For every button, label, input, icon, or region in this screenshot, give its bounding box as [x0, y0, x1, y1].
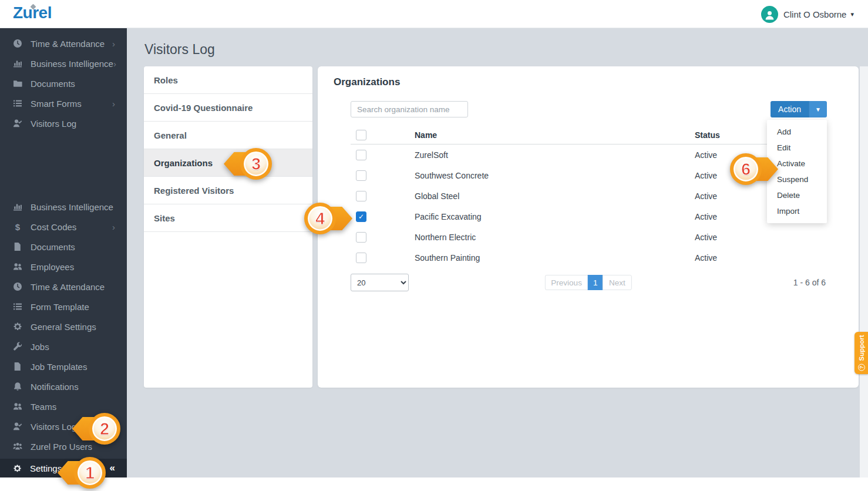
row-checkbox[interactable] [356, 232, 366, 243]
column-header-name: Name [415, 130, 695, 140]
sidebar-item-label: Teams [31, 402, 115, 412]
clock-icon [13, 282, 23, 292]
user-name[interactable]: Clint O Osborne [783, 9, 847, 19]
settings-menu-item-covid-19-questionnaire[interactable]: Covid-19 Questionnaire [144, 94, 312, 122]
sidebar-item-cost-codes[interactable]: $Cost Codes› [0, 217, 127, 237]
sidebar-item-job-templates[interactable]: Job Templates [0, 357, 127, 376]
table-row: Southern PaintingActive [351, 247, 826, 268]
collapse-sidebar-icon[interactable]: « [110, 462, 115, 474]
sidebar-item-smart-forms[interactable]: Smart Forms› [0, 93, 127, 113]
organizations-table: Name Status ZurelSoftActiveSouthwest Con… [351, 126, 826, 268]
action-menu-item-add[interactable]: Add [767, 124, 827, 140]
chart-icon [13, 59, 23, 69]
user-check-icon [13, 422, 23, 432]
file-icon [13, 242, 23, 252]
org-status-cell: Active [695, 233, 826, 242]
users-group-icon [13, 442, 23, 452]
chart-icon [13, 202, 23, 212]
folder-icon [13, 79, 23, 89]
sidebar-item-visitors-log[interactable]: Visitors Log [0, 416, 127, 436]
action-menu-item-activate[interactable]: Activate [767, 156, 827, 171]
page-1-button[interactable]: 1 [588, 275, 603, 290]
row-checkbox[interactable]: ✓ [356, 211, 366, 222]
zurel-logo: Zurel [13, 4, 52, 22]
sidebar-item-form-template[interactable]: Form Template [0, 297, 127, 317]
sidebar-item-label: Notifications [31, 382, 115, 392]
action-button[interactable]: Action ▼ [771, 101, 827, 117]
sidebar-item-time-attendance[interactable]: Time & Attendance› [0, 33, 127, 53]
action-menu-item-edit[interactable]: Edit [767, 140, 827, 156]
sidebar-item-documents[interactable]: Documents [0, 237, 127, 257]
settings-menu-item-registered-visitors[interactable]: Registered Visitors [144, 177, 312, 204]
list-icon [13, 302, 23, 312]
row-checkbox[interactable] [356, 253, 366, 263]
table-row: Southwest ConcreteActive [351, 165, 826, 186]
page-size-select[interactable]: 20 [351, 274, 409, 291]
action-menu-item-import[interactable]: Import [767, 203, 827, 219]
sidebar-item-label: General Settings [31, 322, 115, 332]
sidebar-item-label: Visitors Log [31, 119, 115, 129]
action-menu-item-suspend[interactable]: Suspend [767, 171, 827, 187]
sidebar-item-business-intelligence[interactable]: Business Intelligence› [0, 53, 127, 73]
sidebar-item-settings[interactable]: Settings « [0, 459, 127, 477]
sidebar-item-label: Business Intelligence [31, 59, 113, 69]
chevron-right-icon: › [112, 39, 115, 48]
row-checkbox[interactable] [356, 191, 366, 201]
sidebar-item-label: Form Template [31, 302, 115, 312]
sidebar-item-zurel-pro-users[interactable]: Zurel Pro Users [0, 436, 127, 456]
support-tab[interactable]: ? Support [854, 332, 868, 374]
sidebar-item-jobs[interactable]: Jobs [0, 337, 127, 357]
settings-menu-item-general[interactable]: General [144, 122, 312, 149]
table-row: ZurelSoftActive [351, 144, 826, 165]
select-all-checkbox[interactable] [356, 130, 366, 140]
sidebar-item-time-attendance[interactable]: Time & Attendance [0, 277, 127, 297]
settings-menu-item-sites[interactable]: Sites [144, 204, 312, 232]
sidebar-item-label: Visitors Log [31, 422, 115, 432]
action-menu-item-delete[interactable]: Delete [767, 187, 827, 203]
top-bar: Zurel Clint O Osborne ▾ [0, 0, 868, 28]
avatar[interactable] [761, 6, 778, 23]
table-row: Northern ElectricActive [351, 227, 826, 247]
row-checkbox[interactable] [356, 150, 366, 160]
sidebar-top-group: Time & Attendance›Business Intelligence›… [0, 28, 127, 133]
settings-menu-item-organizations[interactable]: Organizations [144, 149, 312, 177]
sidebar-item-teams[interactable]: Teams [0, 396, 127, 416]
chevron-right-icon: › [112, 223, 115, 231]
user-menu[interactable]: Clint O Osborne ▾ [761, 0, 854, 28]
previous-page-button[interactable]: Previous [544, 275, 588, 290]
org-name-cell: Pacific Excavating [415, 212, 695, 221]
action-caret-icon[interactable]: ▼ [809, 101, 827, 117]
sidebar-item-label: Time & Attendance [31, 39, 112, 49]
bell-icon [13, 382, 23, 392]
sidebar-item-documents[interactable]: Documents [0, 73, 127, 93]
sidebar-item-label: Cost Codes [31, 222, 112, 232]
sidebar-item-label: Documents [31, 79, 115, 89]
sidebar-item-general-settings[interactable]: General Settings [0, 317, 127, 337]
support-label: Support [858, 335, 865, 361]
sidebar-item-notifications[interactable]: Notifications [0, 376, 127, 396]
sidebar-item-employees[interactable]: Employees [0, 257, 127, 277]
pager: Previous 1 Next [544, 275, 631, 290]
question-icon: ? [858, 364, 865, 371]
users-icon [13, 262, 23, 272]
chevron-down-icon[interactable]: ▾ [850, 11, 854, 18]
sidebar-item-label: Jobs [31, 342, 115, 352]
row-checkbox[interactable] [356, 170, 366, 181]
page-title: Visitors Log [144, 42, 215, 58]
wrench-icon [13, 342, 23, 352]
chevron-right-icon: › [113, 59, 116, 68]
sidebar-item-business-intelligence[interactable]: Business Intelligence [0, 197, 127, 217]
next-page-button[interactable]: Next [603, 275, 632, 290]
result-range-label: 1 - 6 of 6 [793, 278, 826, 287]
scrollbar-track[interactable] [860, 66, 868, 477]
action-button-label[interactable]: Action [771, 101, 809, 117]
sidebar-item-visitors-log[interactable]: Visitors Log [0, 113, 127, 133]
person-icon [764, 9, 775, 21]
settings-menu-item-roles[interactable]: Roles [144, 66, 312, 94]
list-icon [13, 99, 23, 109]
org-name-cell: Northern Electric [415, 233, 695, 242]
org-name-cell: Global Steel [415, 191, 695, 201]
search-input[interactable] [351, 101, 468, 117]
org-name-cell: Southwest Concrete [415, 171, 695, 180]
sidebar-item-label: Business Intelligence [31, 202, 115, 212]
